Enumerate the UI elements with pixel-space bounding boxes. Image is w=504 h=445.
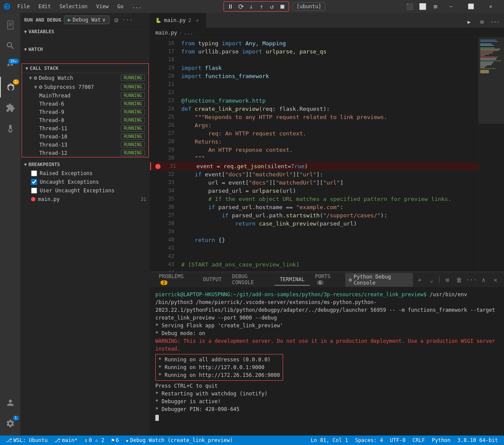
debug-pause-btn[interactable]: ⏸ <box>227 3 234 10</box>
main-py-label: main.py <box>38 196 60 202</box>
breadcrumb-more[interactable]: ... <box>184 30 193 36</box>
status-eol[interactable]: CRLF <box>410 436 428 445</box>
activity-debug[interactable]: 1 <box>0 77 21 97</box>
breakpoint-uncaught-exceptions[interactable]: Uncaught Exceptions <box>21 178 150 186</box>
layout-split-btn[interactable]: ⊞ <box>430 1 441 12</box>
debug-config-btn[interactable]: ▶ Debug Wat ∨ <box>64 16 110 24</box>
terminal-add-btn[interactable]: + <box>415 274 425 285</box>
menu-go[interactable]: Go <box>114 3 127 10</box>
editor-split-btn[interactable]: ⊟ <box>476 16 488 28</box>
breadcrumb-file[interactable]: main.py <box>155 30 177 36</box>
thread-10[interactable]: Thread-10 RUNNING <box>22 132 148 141</box>
debug-stop-btn[interactable]: ⏹ <box>278 3 286 10</box>
menu-bar: File Edit Selection View Go ... <box>14 3 145 10</box>
run-editor-btn[interactable]: ▶ <box>463 16 475 28</box>
code-line-40: 40 return {} <box>150 236 478 244</box>
terminal-close-btn[interactable]: ✕ <box>491 274 501 285</box>
menu-view[interactable]: View <box>93 3 112 10</box>
tab-debug-console[interactable]: DEBUG CONSOLE <box>227 271 274 288</box>
activity-accounts[interactable] <box>0 392 21 413</box>
status-errors[interactable]: ↕ 0 ⚠ 2 <box>82 436 107 445</box>
thread-9[interactable]: Thread-9 RUNNING <box>22 108 148 116</box>
layout-editor-btn[interactable]: ⬜ <box>417 1 428 12</box>
activity-settings[interactable]: 1 <box>0 413 21 434</box>
tab-terminal[interactable]: TERMINAL <box>274 274 310 285</box>
chevron-down-icon: ∨ <box>102 17 105 23</box>
menu-edit[interactable]: Edit <box>35 3 54 10</box>
breakpoint-main-py[interactable]: main.py 31 <box>21 195 150 204</box>
thread-mainthread[interactable]: MainThread RUNNING <box>22 91 148 100</box>
layout-panel-btn[interactable]: ⬛ <box>404 1 415 12</box>
call-stack-header[interactable]: ▼ CALL STACK <box>22 64 148 73</box>
debug-sections: ▼ VARIABLES ▼ WATCH ▼ CALL STACK ▼ ⚙ <box>21 27 150 436</box>
activity-extensions[interactable] <box>0 97 21 118</box>
subprocess-header[interactable]: ▼ ⚙ Subprocess 77007 RUNNING <box>22 82 148 91</box>
code-line-27: 27 req: An HTTP request context. <box>150 129 478 138</box>
status-debug[interactable]: ⬥ Debug Watch (create_link_preview) <box>123 436 235 445</box>
thread-8[interactable]: Thread-8 RUNNING <box>22 116 148 124</box>
debug-config-settings-btn[interactable]: ⚙ <box>112 16 121 24</box>
terminal-more-btn[interactable]: ⌄ <box>426 274 436 285</box>
debug-restart-btn[interactable]: ↺ <box>268 3 276 10</box>
tab-close-btn[interactable]: ✕ <box>194 17 201 24</box>
code-line-32: 32 if event["docs"]["matchedUrl"]["url"]… <box>150 170 478 179</box>
thread-12[interactable]: Thread-12 RUNNING <box>22 149 148 157</box>
thread-11[interactable]: Thread-11 RUNNING <box>22 124 148 132</box>
minimize-btn[interactable]: — <box>441 0 461 13</box>
terminal-layout-btn[interactable]: ⊞ <box>442 274 452 285</box>
breakpoint-raised-exceptions[interactable]: Raised Exceptions <box>21 169 150 178</box>
tab-problems[interactable]: PROBLEMS 2 <box>154 271 198 288</box>
menu-more[interactable]: ... <box>129 3 145 10</box>
status-spaces[interactable]: Spaces: 4 <box>353 436 386 445</box>
status-encoding[interactable]: UTF-8 <box>387 436 408 445</box>
raised-exceptions-checkbox[interactable] <box>31 170 37 176</box>
thread-13[interactable]: Thread-13 RUNNING <box>22 141 148 149</box>
user-uncaught-checkbox[interactable] <box>31 188 37 194</box>
tab-output[interactable]: OUTPUT <box>198 274 227 285</box>
tab-main-py[interactable]: 🐍 main.py 2 ✕ <box>150 13 206 28</box>
main-layout: 1K+ 1 1 RUN AND DEBUG ▶ Debug <box>0 13 504 436</box>
editor-with-minimap: 16 from typing import Any, Mapping 17 fr… <box>150 38 504 272</box>
activity-flask[interactable] <box>0 118 21 139</box>
editor-more-btn[interactable]: ··· <box>489 16 501 28</box>
terminal-input-line[interactable] <box>155 415 499 421</box>
debug-step-into-btn[interactable]: ↓ <box>247 3 255 10</box>
uncaught-exceptions-checkbox[interactable] <box>31 179 37 185</box>
status-python-version[interactable]: 3.8.10 64-bit <box>455 436 501 445</box>
thread-6[interactable]: Thread-6 RUNNING <box>22 100 148 108</box>
close-btn[interactable]: ✕ <box>481 0 501 13</box>
terminal-line-debugger: * Debugger is active! <box>155 398 499 405</box>
code-line-25: 25 """Responds to any HTTP request relat… <box>150 113 478 121</box>
thread-8-status: RUNNING <box>121 117 145 123</box>
debug-step-over-btn[interactable]: ⟳ <box>237 3 245 10</box>
activity-explorer[interactable] <box>0 15 21 35</box>
breakpoints-header[interactable]: ▼ BREAKPOINTS <box>21 160 150 169</box>
status-wsl[interactable]: ⎇ WSL: Ubuntu <box>3 436 50 445</box>
maximize-btn[interactable]: ⬜ <box>461 0 481 13</box>
status-branch[interactable]: ⎇ main* <box>52 436 80 445</box>
tab-ports[interactable]: PORTS 6 <box>310 271 345 288</box>
code-editor[interactable]: 16 from typing import Any, Mapping 17 fr… <box>150 38 478 272</box>
terminal-options-btn[interactable]: ··· <box>466 274 477 285</box>
tab-problems-label: PROBLEMS <box>159 273 184 279</box>
status-ln-col[interactable]: Ln 81, Col 1 <box>308 436 351 445</box>
editor-area: 🐍 main.py 2 ✕ ▶ ⊟ ··· main.py › ... <box>150 13 504 436</box>
breakpoint-user-uncaught[interactable]: User Uncaught Exceptions <box>21 186 150 195</box>
watch-section-header[interactable]: ▼ WATCH <box>21 45 150 54</box>
variables-section-header[interactable]: ▼ VARIABLES <box>21 27 150 36</box>
terminal-content[interactable]: pierrick@LAPTOP-HKU5PNNG:~/git/add-ons-s… <box>150 287 504 436</box>
debug-step-out-btn[interactable]: ↑ <box>258 3 265 10</box>
status-language[interactable]: Python <box>429 436 453 445</box>
activity-search[interactable] <box>0 35 21 56</box>
gear-icon-debug: ⚙ <box>349 277 352 283</box>
call-stack-group-debug-watch-header[interactable]: ▼ ⚙ Debug Watch RUNNING <box>22 73 148 82</box>
debug-more-btn[interactable]: ··· <box>123 16 132 24</box>
status-ports[interactable]: ⚑ 6 <box>109 436 121 445</box>
terminal-collapse-btn[interactable]: ∧ <box>479 274 488 285</box>
activity-source-control[interactable]: 1K+ <box>0 56 21 77</box>
breakpoints-section: ▼ BREAKPOINTS Raised Exceptions Uncaught… <box>21 158 150 205</box>
menu-file[interactable]: File <box>14 3 33 10</box>
terminal-trash-btn[interactable]: 🗑 <box>454 274 464 285</box>
menu-selection[interactable]: Selection <box>56 3 91 10</box>
status-wsl-label: WSL: Ubuntu <box>13 437 47 443</box>
